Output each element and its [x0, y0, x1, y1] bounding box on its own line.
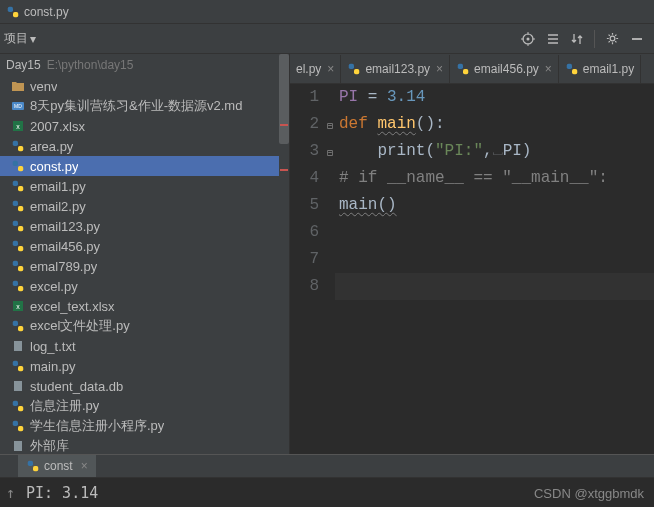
editor-tab[interactable]: email456.py×	[450, 55, 559, 83]
gear-icon[interactable]	[605, 31, 620, 46]
file-item[interactable]: email123.py	[0, 216, 289, 236]
watermark: CSDN @xtggbmdk	[534, 486, 644, 501]
file-item[interactable]: excel文件处理.py	[0, 316, 289, 336]
svg-rect-27	[13, 241, 18, 246]
close-icon[interactable]: ×	[327, 62, 334, 76]
code-editor[interactable]: 12345678⊟⊟ PI = 3.14def main(): print("P…	[290, 84, 654, 454]
code-line[interactable]: print("PI:",⎵PI)	[335, 138, 654, 165]
py-icon	[10, 178, 26, 194]
python-file-icon	[565, 62, 579, 76]
file-item[interactable]: log_t.txt	[0, 336, 289, 356]
gutter: 12345678⊟⊟	[290, 84, 335, 454]
file-item[interactable]: excel.py	[0, 276, 289, 296]
file-item[interactable]: email1.py	[0, 176, 289, 196]
editor-tab[interactable]: el.py×	[290, 55, 341, 83]
file-label: email1.py	[30, 179, 86, 194]
file-label: 8天py集训营练习&作业-数据源v2.md	[30, 97, 242, 115]
code-line[interactable]: # if __name__ == "__main__":	[335, 165, 654, 192]
sort-icon[interactable]	[570, 32, 584, 46]
code-line[interactable]	[335, 219, 654, 246]
folder-item[interactable]: venv	[0, 76, 289, 96]
svg-rect-42	[18, 406, 23, 411]
svg-rect-28	[18, 246, 23, 251]
breadcrumb: Day15 E:\python\day15	[0, 54, 289, 76]
code-line[interactable]	[335, 273, 654, 300]
svg-rect-23	[13, 201, 18, 206]
editor-tabs: el.py×email123.py×email456.py×email1.py	[290, 54, 654, 84]
line-number: 3	[290, 138, 319, 165]
line-number: 7	[290, 246, 319, 273]
py-icon	[10, 398, 26, 414]
db-icon	[10, 378, 26, 394]
file-item[interactable]: 学生信息注册小程序.py	[0, 416, 289, 436]
expand-icon[interactable]	[546, 32, 560, 46]
code-line[interactable]: def main():	[335, 111, 654, 138]
toolbar: 项目 ▾	[0, 24, 654, 54]
window-title: const.py	[24, 5, 69, 19]
fold-icon[interactable]: ⊟	[327, 113, 333, 140]
close-icon[interactable]: ×	[436, 62, 443, 76]
python-file-icon	[26, 459, 40, 473]
svg-rect-45	[14, 441, 22, 451]
file-item[interactable]: main.py	[0, 356, 289, 376]
file-item[interactable]: 信息注册.py	[0, 396, 289, 416]
file-item[interactable]: area.py	[0, 136, 289, 156]
file-label: email123.py	[30, 219, 100, 234]
file-item[interactable]: 外部库	[0, 436, 289, 454]
file-item[interactable]: MD8天py集训营练习&作业-数据源v2.md	[0, 96, 289, 116]
breadcrumb-root[interactable]: Day15	[6, 58, 41, 72]
project-dropdown[interactable]: 项目 ▾	[4, 30, 36, 47]
close-icon[interactable]: ×	[545, 62, 552, 76]
editor-area: el.py×email123.py×email456.py×email1.py …	[290, 54, 654, 454]
file-item[interactable]: x2007.xlsx	[0, 116, 289, 136]
file-label: const.py	[30, 159, 78, 174]
svg-rect-38	[13, 361, 18, 366]
code-line[interactable]: PI = 3.14	[335, 84, 654, 111]
tab-label: email123.py	[365, 62, 430, 76]
console-text: PI: 3.14	[26, 484, 98, 502]
code-line[interactable]: main()	[335, 192, 654, 219]
chevron-down-icon: ▾	[30, 32, 36, 46]
svg-rect-21	[13, 181, 18, 186]
svg-rect-53	[33, 466, 38, 471]
fold-icon[interactable]: ⊟	[327, 140, 333, 167]
minimize-icon[interactable]	[630, 32, 644, 46]
sidebar-scrollbar[interactable]	[279, 54, 289, 454]
target-icon[interactable]	[520, 31, 536, 47]
editor-tab[interactable]: email123.py×	[341, 55, 450, 83]
file-label: area.py	[30, 139, 73, 154]
code-line[interactable]	[335, 246, 654, 273]
svg-rect-49	[463, 69, 468, 74]
close-icon[interactable]: ×	[81, 459, 88, 473]
py-icon	[10, 198, 26, 214]
svg-rect-40	[14, 381, 22, 391]
py-icon	[10, 238, 26, 254]
svg-rect-29	[13, 261, 18, 266]
py-icon	[10, 418, 26, 434]
py-icon	[10, 218, 26, 234]
window-titlebar: const.py	[0, 0, 654, 24]
lib-icon	[10, 438, 26, 454]
file-label: log_t.txt	[30, 339, 76, 354]
file-tree[interactable]: venvMD8天py集训营练习&作业-数据源v2.mdx2007.xlsxare…	[0, 76, 289, 454]
file-item[interactable]: xexcel_text.xlsx	[0, 296, 289, 316]
svg-rect-36	[18, 326, 23, 331]
file-item[interactable]: const.py	[0, 156, 289, 176]
editor-tab[interactable]: email1.py	[559, 55, 641, 83]
py-icon	[10, 158, 26, 174]
svg-rect-1	[13, 12, 18, 17]
file-label: student_data.db	[30, 379, 123, 394]
svg-rect-19	[13, 161, 18, 166]
run-tab[interactable]: const ×	[18, 455, 96, 477]
txt-icon	[10, 338, 26, 354]
file-item[interactable]: email456.py	[0, 236, 289, 256]
code-area[interactable]: PI = 3.14def main(): print("PI:",⎵PI)# i…	[335, 84, 654, 454]
file-item[interactable]: email2.py	[0, 196, 289, 216]
file-item[interactable]: student_data.db	[0, 376, 289, 396]
svg-rect-52	[28, 461, 33, 466]
scrollbar-thumb[interactable]	[279, 54, 289, 144]
file-item[interactable]: emal789.py	[0, 256, 289, 276]
line-number: 2	[290, 111, 319, 138]
svg-rect-48	[458, 64, 463, 69]
svg-rect-35	[13, 321, 18, 326]
